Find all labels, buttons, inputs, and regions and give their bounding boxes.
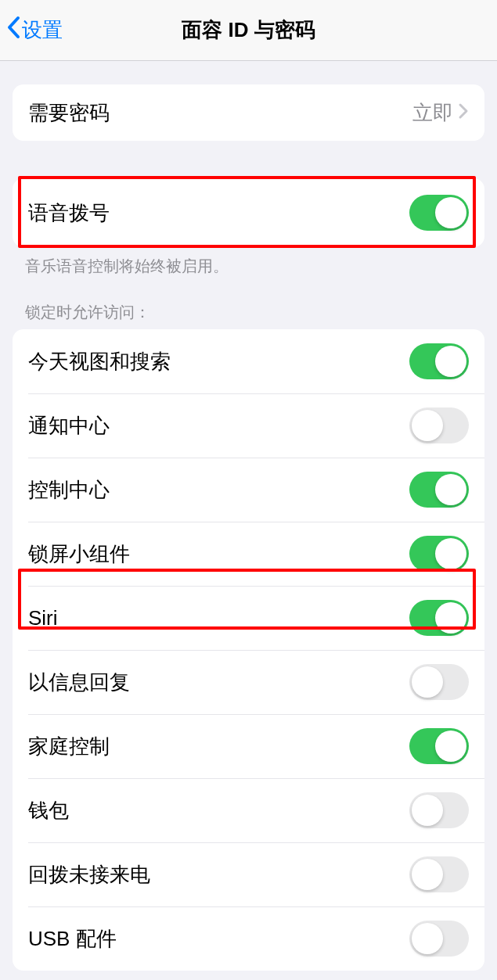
voice-dial-footer: 音乐语音控制将始终被启用。 xyxy=(25,255,472,277)
voice-dial-group: 语音拨号 xyxy=(13,178,484,247)
lock-access-toggle[interactable] xyxy=(409,407,469,443)
lock-access-toggle[interactable] xyxy=(409,664,469,700)
back-label: 设置 xyxy=(22,16,63,44)
lock-access-toggle[interactable] xyxy=(409,600,469,636)
lock-access-label: 钱包 xyxy=(28,797,409,824)
lock-access-header: 锁定时允许访问： xyxy=(25,302,472,323)
lock-access-toggle[interactable] xyxy=(409,536,469,572)
lock-access-label: 回拨未接来电 xyxy=(28,861,409,888)
lock-access-label: Siri xyxy=(28,606,409,630)
lock-access-toggle[interactable] xyxy=(409,921,469,957)
lock-access-label: 锁屏小组件 xyxy=(28,540,409,568)
lock-access-row: 控制中心 xyxy=(13,458,484,522)
lock-access-group: 今天视图和搜索通知中心控制中心锁屏小组件Siri以信息回复家庭控制钱包回拨未接来… xyxy=(13,329,484,971)
lock-access-row: 钱包 xyxy=(13,778,484,842)
require-passcode-row[interactable]: 需要密码 立即 xyxy=(13,84,484,141)
lock-access-row: 以信息回复 xyxy=(13,650,484,714)
voice-dial-row: 语音拨号 xyxy=(13,178,484,247)
require-passcode-label: 需要密码 xyxy=(28,99,412,127)
lock-access-label: 今天视图和搜索 xyxy=(28,348,409,375)
lock-access-label: 家庭控制 xyxy=(28,733,409,760)
lock-access-row: 锁屏小组件 xyxy=(13,522,484,586)
page-title: 面容 ID 与密码 xyxy=(182,16,315,44)
lock-access-row: 家庭控制 xyxy=(13,714,484,778)
lock-access-label: 通知中心 xyxy=(28,412,409,440)
require-passcode-value: 立即 xyxy=(412,99,453,127)
lock-access-row: Siri xyxy=(13,586,484,650)
voice-dial-toggle[interactable] xyxy=(409,195,469,231)
lock-access-label: USB 配件 xyxy=(28,925,409,953)
lock-access-row: 今天视图和搜索 xyxy=(13,329,484,393)
chevron-right-icon xyxy=(458,102,469,123)
lock-access-toggle[interactable] xyxy=(409,856,469,892)
require-passcode-group: 需要密码 立即 xyxy=(13,84,484,141)
lock-access-row: 回拨未接来电 xyxy=(13,842,484,906)
lock-access-row: 通知中心 xyxy=(13,393,484,458)
navigation-bar: 设置 面容 ID 与密码 xyxy=(0,0,497,61)
lock-access-toggle[interactable] xyxy=(409,792,469,828)
back-button[interactable]: 设置 xyxy=(6,15,63,45)
lock-access-row: USB 配件 xyxy=(13,906,484,971)
lock-access-toggle[interactable] xyxy=(409,343,469,379)
lock-access-label: 控制中心 xyxy=(28,476,409,504)
lock-access-toggle[interactable] xyxy=(409,472,469,508)
chevron-left-icon xyxy=(6,15,20,45)
voice-dial-label: 语音拨号 xyxy=(28,199,409,227)
lock-access-toggle[interactable] xyxy=(409,728,469,764)
lock-access-label: 以信息回复 xyxy=(28,669,409,696)
